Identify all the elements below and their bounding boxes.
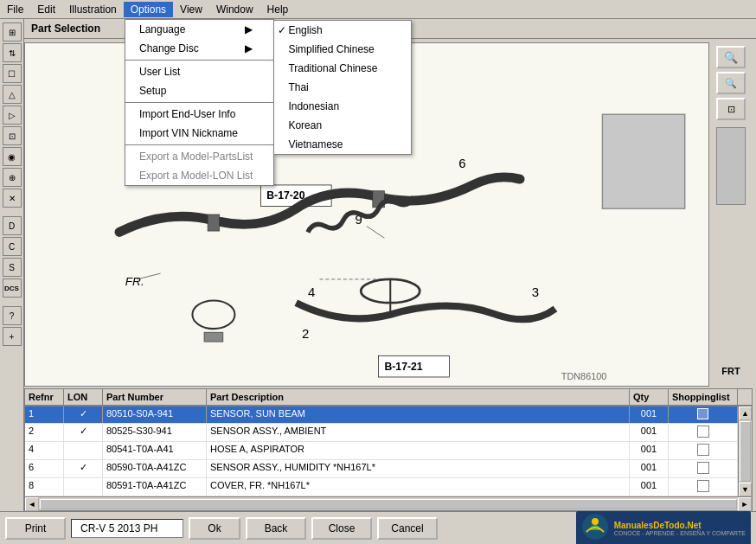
table-row[interactable]: 6 ✓ 80590-T0A-A41ZC SENSOR ASSY., HUMIDI… <box>25 460 738 478</box>
table-vscrollbar[interactable]: ▲ ▼ <box>738 406 752 496</box>
submenu-arrow-icon: ▶ <box>238 23 253 35</box>
cell-partnum-4: 80541-T0A-A41 <box>103 442 207 459</box>
svg-rect-8 <box>602 114 684 208</box>
watermark-line1: ManualesDeTodo.Net <box>614 521 746 530</box>
col-header-desc: Part Description <box>207 389 630 405</box>
cell-qty-2: 001 <box>630 424 669 441</box>
toolbar-btn-8[interactable]: ⊕ <box>3 168 22 187</box>
svg-text:2: 2 <box>302 326 309 341</box>
scrollbar-down-arrow[interactable]: ▼ <box>739 483 752 496</box>
cell-refnr-6: 6 <box>25 460 64 477</box>
lang-simplified-chinese[interactable]: Simplified Chinese <box>274 40 411 59</box>
lang-korean[interactable]: Korean <box>274 116 411 135</box>
statusbar: Print CR-V 5 2013 PH Ok Back Close Cance… <box>0 511 756 544</box>
hscroll-left-arrow[interactable]: ◄ <box>25 497 39 511</box>
menu-user-list[interactable]: User List <box>125 62 273 81</box>
menu-import-vin[interactable]: Import VIN Nickname <box>125 124 273 143</box>
zoom-out-button[interactable]: 🔍 <box>716 72 746 94</box>
table-row[interactable]: 2 ✓ 80525-S30-941 SENSOR ASSY., AMBIENT … <box>25 424 738 442</box>
cell-desc-2: SENSOR ASSY., AMBIENT <box>207 424 630 441</box>
menu-export-partslist: Export a Model-PartsList <box>125 147 273 166</box>
check-simplified <box>278 43 284 55</box>
table-row[interactable]: 8 80591-T0A-A41ZC COVER, FR. *NH167L* 00… <box>25 478 738 496</box>
toolbar-btn-10[interactable]: D <box>3 216 22 235</box>
cell-lon-1: ✓ <box>64 406 103 423</box>
menu-options[interactable]: Options <box>124 2 173 17</box>
scrollbar-up-arrow[interactable]: ▲ <box>739 406 752 420</box>
toolbar-btn-9[interactable]: ✕ <box>3 189 22 208</box>
menu-window[interactable]: Window <box>209 2 260 17</box>
menu-import-enduser-label: Import End-User Info <box>139 108 235 120</box>
cell-qty-6: 001 <box>630 460 669 477</box>
menu-file[interactable]: File <box>0 2 30 17</box>
toolbar-btn-6[interactable]: ⊡ <box>3 126 22 145</box>
lang-korean-label: Korean <box>288 119 322 131</box>
table-row[interactable]: 1 ✓ 80510-S0A-941 SENSOR, SUN BEAM 001 <box>25 406 738 424</box>
check-traditional <box>278 62 284 74</box>
toolbar-btn-3[interactable]: ☐ <box>3 64 22 83</box>
menu-help[interactable]: Help <box>260 2 296 17</box>
menu-separator-2 <box>125 102 273 103</box>
col-header-qty: Qty <box>630 389 669 405</box>
cell-shopping-1[interactable] <box>669 406 738 423</box>
cell-lon-8 <box>64 478 103 496</box>
svg-text:3: 3 <box>532 285 539 299</box>
hscroll-right-arrow[interactable]: ► <box>738 497 752 511</box>
toolbar-btn-5[interactable]: ▷ <box>3 106 22 125</box>
cell-shopping-6[interactable] <box>669 460 738 477</box>
toolbar-btn-4[interactable]: △ <box>3 85 22 104</box>
back-button[interactable]: Back <box>246 517 306 540</box>
menu-import-enduser[interactable]: Import End-User Info <box>125 105 273 124</box>
lang-english-label: English <box>288 24 322 36</box>
print-button[interactable]: Print <box>5 517 66 540</box>
cell-partnum-6: 80590-T0A-A41ZC <box>103 460 207 477</box>
cell-shopping-8[interactable] <box>669 478 738 496</box>
col-header-partnum: Part Number <box>103 389 207 405</box>
cancel-button[interactable]: Cancel <box>377 517 438 540</box>
model-info-label: CR-V 5 2013 PH <box>71 519 183 538</box>
svg-text:4: 4 <box>308 285 315 299</box>
menu-import-vin-label: Import VIN Nickname <box>139 127 238 139</box>
cell-partnum-8: 80591-T0A-A41ZC <box>103 478 207 496</box>
check-english: ✓ <box>278 24 286 36</box>
cell-shopping-2[interactable] <box>669 424 738 441</box>
table-hscrollbar[interactable]: ◄ ► <box>25 496 752 510</box>
lang-vietnamese[interactable]: Vietnamese <box>274 135 411 154</box>
toolbar-btn-14[interactable]: + <box>3 327 22 346</box>
zoom-in-button[interactable]: 🔍 <box>716 46 746 68</box>
toolbar-btn-12[interactable]: S <box>3 258 22 277</box>
lang-traditional-chinese[interactable]: Traditional Chinese <box>274 59 411 78</box>
menu-change-disc[interactable]: Change Disc ▶ <box>125 39 273 58</box>
watermark-logo <box>581 513 609 543</box>
menu-language[interactable]: Language ▶ ✓ English Simplified Chinese … <box>125 20 273 39</box>
cell-qty-1: 001 <box>630 406 669 423</box>
lang-indonesian[interactable]: Indonesian <box>274 97 411 116</box>
lang-english[interactable]: ✓ English <box>274 21 411 40</box>
cell-shopping-4[interactable] <box>669 442 738 459</box>
toolbar-btn-dcs[interactable]: DCS <box>3 278 22 298</box>
zoom-fit-button[interactable]: ⊡ <box>716 98 746 120</box>
menu-setup[interactable]: Setup <box>125 81 273 100</box>
hscroll-thumb[interactable] <box>40 499 737 509</box>
toolbar-btn-7[interactable]: ◉ <box>3 147 22 166</box>
close-button[interactable]: Close <box>311 517 372 540</box>
lang-thai[interactable]: Thai <box>274 78 411 97</box>
cell-lon-2: ✓ <box>64 424 103 441</box>
toolbar-btn-13[interactable]: ? <box>3 306 22 325</box>
ok-button[interactable]: Ok <box>189 517 240 540</box>
scrollbar-thumb[interactable] <box>740 421 751 482</box>
menu-change-disc-label: Change Disc <box>139 42 199 54</box>
toolbar-btn-1[interactable]: ⊞ <box>3 22 22 42</box>
svg-text:B-17-20: B-17-20 <box>266 189 304 202</box>
toolbar-btn-11[interactable]: C <box>3 237 22 256</box>
options-dropdown: Language ▶ ✓ English Simplified Chinese … <box>125 19 274 186</box>
lang-vietnamese-label: Vietnamese <box>288 138 343 150</box>
table-row[interactable]: 4 80541-T0A-A41 HOSE A, ASPIRATOR 001 <box>25 442 738 460</box>
toolbar-btn-2[interactable]: ⇅ <box>3 43 22 62</box>
lang-indonesian-label: Indonesian <box>288 100 339 112</box>
menu-view[interactable]: View <box>173 2 209 17</box>
menu-illustration[interactable]: Illustration <box>62 2 124 17</box>
menu-edit[interactable]: Edit <box>30 2 62 17</box>
table-body: 1 ✓ 80510-S0A-941 SENSOR, SUN BEAM 001 2… <box>25 406 738 496</box>
frt-label: FRT <box>721 366 740 376</box>
